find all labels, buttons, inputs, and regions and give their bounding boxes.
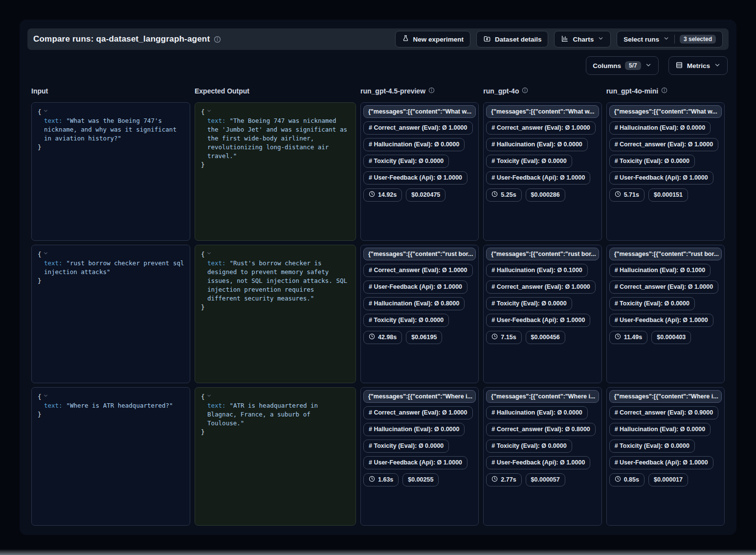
- cost-badge[interactable]: $0.000456: [526, 331, 565, 345]
- trace-preview-chip[interactable]: {"messages":[{"content":"Where i...: [363, 390, 476, 403]
- select-runs-button[interactable]: Select runs 3 selected: [617, 31, 723, 47]
- collapse-chevron-icon[interactable]: [206, 393, 212, 400]
- collapse-chevron-icon[interactable]: [43, 108, 48, 115]
- cost-badge[interactable]: $0.020475: [406, 188, 445, 202]
- metric-badge[interactable]: # Toxicity (Eval): Ø 0.0000: [363, 155, 449, 168]
- run-cell-gpt-4o: {"messages":[{"content":"What w... # Cor…: [483, 102, 601, 241]
- metric-badge[interactable]: # Hallucination (Eval): Ø 0.1000: [609, 264, 711, 277]
- latency-badge[interactable]: 0.85s: [609, 473, 645, 487]
- metric-badge[interactable]: # Toxicity (Eval): Ø 0.0000: [609, 155, 695, 168]
- trace-preview-chip[interactable]: {"messages":[{"content":"Where i...: [609, 390, 722, 403]
- metric-badge[interactable]: # Correct_answer (Eval): Ø 1.0000: [486, 121, 596, 135]
- latency-badge[interactable]: 5.71s: [609, 188, 645, 202]
- metric-badge[interactable]: # User-Feedback (Api): Ø 1.0000: [486, 314, 590, 327]
- collapse-chevron-icon[interactable]: [206, 250, 212, 257]
- metric-badge[interactable]: # User-Feedback (Api): Ø 1.0000: [609, 171, 713, 185]
- trace-preview-chip[interactable]: {"messages":[{"content":"rust bor...: [486, 248, 599, 260]
- metric-badge[interactable]: # Toxicity (Eval): Ø 0.0000: [609, 297, 695, 310]
- cost-badge[interactable]: $0.000057: [526, 473, 565, 487]
- latency-badge[interactable]: 2.77s: [486, 473, 521, 487]
- charts-button[interactable]: Charts: [554, 31, 611, 47]
- latency-cost-row: 0.85s $0.000017: [609, 473, 688, 487]
- metric-badge[interactable]: # Hallucination (Eval): Ø 0.0000: [609, 121, 711, 135]
- code-open-line: {: [201, 250, 351, 259]
- latency-badge[interactable]: 1.63s: [363, 473, 399, 487]
- input-cell[interactable]: { text:"rust borrow checker prevent sql …: [31, 245, 190, 383]
- info-icon[interactable]: [661, 87, 667, 95]
- metric-badge[interactable]: # Correct_answer (Eval): Ø 1.0000: [363, 121, 473, 135]
- metric-badge[interactable]: # Correct_answer (Eval): Ø 0.9000: [609, 406, 719, 419]
- latency-badge[interactable]: 7.15s: [486, 331, 521, 345]
- dataset-details-button[interactable]: Dataset details: [476, 31, 548, 47]
- metric-badge[interactable]: # User-Feedback (Api): Ø 1.0000: [486, 456, 590, 469]
- trace-preview-chip[interactable]: {"messages":[{"content":"rust bor...: [363, 248, 476, 260]
- metric-badge[interactable]: # User-Feedback (Api): Ø 1.0000: [363, 171, 467, 185]
- trace-preview-chip[interactable]: {"messages":[{"content":"rust bor...: [609, 248, 722, 260]
- metric-badge[interactable]: # User-Feedback (Api): Ø 1.0000: [363, 280, 467, 294]
- cost-badge[interactable]: $0.000151: [648, 188, 688, 202]
- metric-badge[interactable]: # Toxicity (Eval): Ø 0.0000: [486, 439, 572, 453]
- metric-badge[interactable]: # Hallucination (Eval): Ø 0.0000: [609, 423, 711, 436]
- collapse-chevron-icon[interactable]: [206, 108, 212, 115]
- metric-badge[interactable]: # Correct_answer (Eval): Ø 1.0000: [609, 138, 719, 151]
- metric-badge[interactable]: # Hallucination (Eval): Ø 0.0000: [486, 406, 587, 419]
- metric-badge[interactable]: # Toxicity (Eval): Ø 0.0000: [363, 439, 449, 453]
- metric-badge[interactable]: # Correct_answer (Eval): Ø 1.0000: [363, 406, 473, 419]
- cost-badge[interactable]: $0.000017: [648, 473, 688, 487]
- metric-badge[interactable]: # Hallucination (Eval): Ø 0.8000: [363, 297, 465, 310]
- clock-icon: [369, 476, 375, 485]
- info-icon[interactable]: [428, 87, 435, 95]
- latency-badge[interactable]: 42.98s: [363, 331, 402, 345]
- metric-badge[interactable]: # User-Feedback (Api): Ø 1.0000: [609, 456, 713, 469]
- folder-icon: [483, 35, 491, 44]
- metric-badge[interactable]: # Correct_answer (Eval): Ø 1.0000: [486, 280, 596, 294]
- input-cell[interactable]: { text:"What was the Boeing 747's nickna…: [31, 102, 190, 241]
- metric-badge[interactable]: # User-Feedback (Api): Ø 1.0000: [609, 314, 713, 327]
- trace-preview-chip[interactable]: {"messages":[{"content":"What w...: [609, 105, 722, 118]
- metric-badge[interactable]: # Toxicity (Eval): Ø 0.0000: [486, 155, 572, 168]
- metric-badge[interactable]: # User-Feedback (Api): Ø 1.0000: [486, 171, 590, 185]
- metric-badge[interactable]: # Correct_answer (Eval): Ø 0.8000: [486, 423, 596, 436]
- latency-badge[interactable]: 5.25s: [486, 188, 521, 202]
- metric-badge[interactable]: # Hallucination (Eval): Ø 0.0000: [363, 138, 465, 151]
- collapse-chevron-icon[interactable]: [43, 250, 48, 257]
- metric-badge[interactable]: # Hallucination (Eval): Ø 0.1000: [486, 264, 587, 277]
- latency-badge[interactable]: 14.92s: [363, 188, 402, 202]
- column-header-run-gpt-4o-mini: run_gpt-4o-mini: [606, 87, 725, 95]
- trace-preview-chip[interactable]: {"messages":[{"content":"Where i...: [486, 390, 599, 403]
- info-icon[interactable]: [214, 36, 221, 43]
- code-body: text:"Where is ATR headquartered?": [38, 401, 185, 410]
- table-row: { text:"rust borrow checker prevent sql …: [27, 245, 729, 383]
- cost-badge[interactable]: $0.06195: [406, 331, 442, 345]
- metric-badge[interactable]: # Hallucination (Eval): Ø 0.0000: [363, 423, 465, 436]
- latency-cost-row: 5.71s $0.000151: [609, 188, 688, 202]
- cost-badge[interactable]: $0.00255: [402, 473, 439, 487]
- metric-badge[interactable]: # Hallucination (Eval): Ø 0.0000: [486, 138, 587, 151]
- chevron-down-icon: [714, 62, 721, 70]
- new-experiment-button[interactable]: New experiment: [395, 31, 471, 47]
- info-icon[interactable]: [522, 87, 528, 95]
- metric-badge[interactable]: # User-Feedback (Api): Ø 1.0000: [363, 456, 467, 469]
- columns-button[interactable]: Columns 5/7: [586, 56, 658, 75]
- metrics-button[interactable]: Metrics: [668, 56, 728, 75]
- input-cell[interactable]: { text:"Where is ATR headquartered?" }: [31, 387, 190, 526]
- expected-output-cell[interactable]: { text:"ATR is headquartered in Blagnac,…: [195, 387, 356, 526]
- collapse-chevron-icon[interactable]: [43, 393, 48, 400]
- cost-badge[interactable]: $0.000403: [651, 331, 691, 345]
- code-close-line: }: [38, 277, 185, 285]
- expected-output-cell[interactable]: { text:"The Boeing 747 was nicknamed the…: [195, 102, 356, 241]
- metric-badge[interactable]: # Correct_answer (Eval): Ø 1.0000: [363, 264, 473, 277]
- clock-icon: [615, 191, 621, 200]
- trace-preview-chip[interactable]: {"messages":[{"content":"What w...: [486, 105, 599, 118]
- cost-badge[interactable]: $0.000286: [526, 188, 565, 202]
- expected-output-cell[interactable]: { text:"Rust's borrow checker is designe…: [195, 245, 356, 383]
- metric-badge[interactable]: # Toxicity (Eval): Ø 0.0000: [609, 439, 695, 453]
- metric-badge[interactable]: # Toxicity (Eval): Ø 0.0000: [363, 314, 449, 327]
- metric-badge[interactable]: # Correct_answer (Eval): Ø 1.0000: [609, 280, 719, 294]
- flask-icon: [402, 35, 409, 44]
- column-header-input: Input: [31, 87, 190, 95]
- metric-badge[interactable]: # Toxicity (Eval): Ø 0.0000: [486, 297, 572, 310]
- run-cell-gpt-4o-mini: {"messages":[{"content":"Where i... # Co…: [606, 387, 725, 526]
- latency-badge[interactable]: 11.49s: [609, 331, 648, 345]
- trace-preview-chip[interactable]: {"messages":[{"content":"What w...: [363, 105, 476, 118]
